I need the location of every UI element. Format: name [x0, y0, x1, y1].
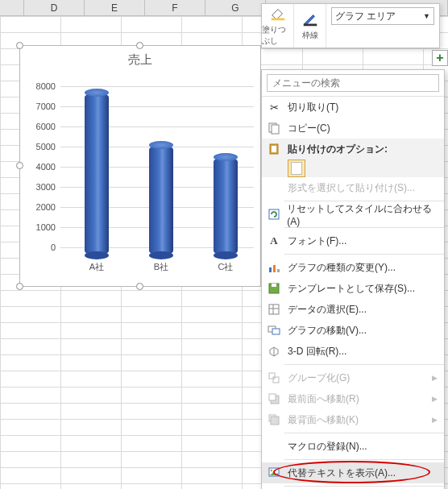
svg-rect-5	[272, 146, 276, 152]
chart-bar[interactable]	[149, 145, 173, 255]
menu-item-paste-options: 貼り付けのオプション:	[262, 139, 444, 177]
chart-bar[interactable]	[214, 157, 238, 255]
y-tick-label: 8000	[28, 81, 56, 91]
x-tick-label: A社	[81, 261, 113, 273]
menu-item-reset-style[interactable]: リセットしてスタイルに合わせる(A)	[262, 204, 444, 225]
chart-add-element-button[interactable]: +	[432, 50, 448, 66]
svg-rect-0	[271, 19, 284, 21]
chart-element-select-wrap: グラフ エリア ▼	[326, 4, 439, 48]
col-header[interactable]: D	[24, 0, 85, 15]
cut-icon: ✂	[267, 100, 281, 114]
menu-item-group: グループ化(G) ▶	[262, 367, 444, 388]
menu-item-label: 3-D 回転(R)...	[288, 345, 346, 358]
svg-rect-9	[277, 269, 280, 272]
chart-plot-area[interactable]: 8000 7000 6000 5000 4000 3000 2000 1000 …	[60, 86, 254, 255]
alt-text-icon	[267, 466, 281, 480]
y-tick-label: 2000	[28, 202, 56, 212]
chevron-right-icon: ▶	[432, 374, 438, 382]
menu-item-3d-rotation[interactable]: 3-D 回転(R)...	[262, 341, 444, 362]
plus-icon: +	[436, 51, 443, 65]
resize-handle[interactable]	[16, 283, 23, 290]
reset-icon	[267, 207, 280, 222]
fill-label: 塗りつぶし	[262, 24, 293, 47]
pen-icon	[301, 10, 320, 28]
menu-item-label: コピー(C)	[288, 122, 330, 135]
chart-title[interactable]: 売上	[20, 52, 260, 68]
chevron-right-icon: ▶	[432, 395, 438, 403]
send-back-icon	[267, 412, 281, 427]
svg-rect-8	[273, 265, 276, 272]
menu-item-select-data[interactable]: データの選択(E)...	[262, 299, 444, 320]
menu-item-label: 切り取り(T)	[288, 101, 338, 114]
fill-button[interactable]: 塗りつぶし	[262, 4, 294, 48]
resize-handle[interactable]	[16, 162, 23, 169]
menu-item-label: 形式を選択して貼り付け(S)...	[288, 181, 415, 195]
resize-handle[interactable]	[16, 42, 23, 49]
outline-button[interactable]: 枠線	[294, 4, 326, 48]
svg-rect-18	[269, 373, 275, 379]
menu-item-label: 代替テキストを表示(A)...	[288, 466, 396, 480]
col-header[interactable]: E	[85, 0, 145, 15]
menu-item-bring-to-front: 最前面へ移動(R) ▶	[262, 388, 444, 409]
copy-icon	[267, 121, 281, 135]
menu-item-label: リセットしてスタイルに合わせる(A)	[287, 202, 438, 227]
chevron-right-icon: ▶	[432, 416, 438, 424]
x-tick-label: C社	[209, 261, 242, 273]
menu-item-label: 最前面へ移動(R)	[288, 392, 359, 406]
menu-search-wrap	[262, 70, 444, 97]
font-icon: A	[267, 234, 281, 248]
group-icon	[267, 371, 281, 385]
y-tick-label: 5000	[28, 142, 56, 151]
rotate-3d-icon	[267, 344, 281, 358]
menu-item-font[interactable]: A フォント(F)...	[262, 230, 444, 251]
y-tick-label: 3000	[28, 182, 56, 192]
menu-item-label: グラフの移動(V)...	[288, 324, 367, 338]
menu-item-change-chart-type[interactable]: グラフの種類の変更(Y)...	[262, 257, 444, 278]
menu-item-alt-text[interactable]: 代替テキストを表示(A)...	[262, 462, 444, 483]
paste-option-button[interactable]	[288, 160, 305, 177]
menu-item-save-template[interactable]: テンプレートとして保存(S)...	[262, 278, 444, 299]
y-tick-label: 6000	[28, 122, 56, 131]
chart-element-select[interactable]: グラフ エリア ▼	[331, 7, 434, 25]
move-chart-icon	[267, 323, 281, 338]
select-data-icon	[267, 302, 281, 317]
svg-rect-23	[271, 416, 279, 425]
outline-label: 枠線	[302, 30, 318, 41]
menu-item-move-chart[interactable]: グラフの移動(V)...	[262, 320, 444, 341]
svg-rect-16	[272, 329, 280, 334]
svg-point-25	[271, 470, 272, 471]
menu-item-label: テンプレートとして保存(S)...	[288, 282, 415, 296]
menu-search-input[interactable]	[267, 74, 439, 92]
menu-item-label: 最背面へ移動(K)	[288, 413, 359, 427]
menu-item-label: データの選択(E)...	[288, 303, 367, 317]
menu-item-assign-macro[interactable]: マクロの登録(N)...	[262, 436, 444, 457]
y-tick-label: 7000	[28, 102, 56, 111]
resize-handle[interactable]	[136, 42, 143, 49]
mini-toolbar: 塗りつぶし 枠線 グラフ エリア ▼	[261, 3, 440, 48]
y-tick-label: 4000	[28, 162, 56, 172]
y-tick-label: 1000	[28, 222, 56, 232]
context-menu: ✂ 切り取り(T) コピー(C) 貼り付けのオプション: 形式を選択して貼り付け…	[261, 69, 445, 489]
svg-rect-6	[269, 209, 279, 219]
menu-item-label: グラフの種類の変更(Y)...	[288, 261, 396, 275]
svg-rect-3	[272, 125, 279, 134]
svg-rect-12	[269, 305, 279, 314]
menu-item-send-to-back: 最背面へ移動(K) ▶	[262, 409, 444, 430]
col-header[interactable]: G	[205, 0, 266, 15]
clipboard-icon	[267, 142, 281, 156]
resize-handle[interactable]	[136, 283, 143, 290]
chevron-down-icon: ▼	[423, 12, 430, 20]
menu-item-label: マクロの登録(N)...	[288, 440, 367, 454]
svg-rect-1	[303, 24, 317, 27]
menu-item-cut[interactable]: ✂ 切り取り(T)	[262, 97, 444, 118]
save-template-icon	[267, 281, 281, 296]
select-value: グラフ エリア	[335, 10, 396, 23]
y-tick-label: 0	[28, 242, 56, 252]
menu-item-copy[interactable]: コピー(C)	[262, 118, 444, 139]
svg-rect-19	[273, 377, 279, 383]
svg-rect-21	[269, 394, 276, 400]
col-header[interactable]: F	[145, 0, 205, 15]
paint-bucket-icon	[268, 5, 288, 23]
chart-object[interactable]: 売上 8000 7000 6000 5000 4000 3000 2000 10…	[19, 45, 261, 287]
chart-bar[interactable]	[85, 93, 109, 255]
